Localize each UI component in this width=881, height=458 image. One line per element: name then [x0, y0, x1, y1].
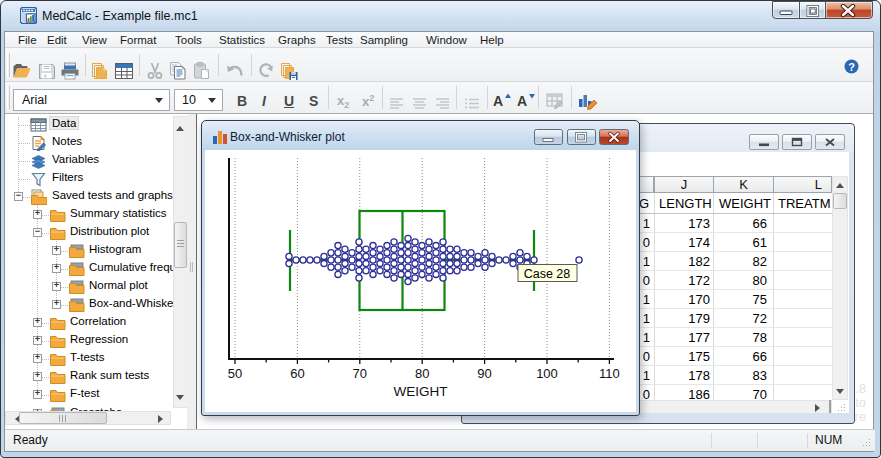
svg-text:Case 28: Case 28: [524, 267, 571, 281]
svg-text:?: ?: [848, 61, 855, 73]
svg-text:A: A: [517, 93, 527, 109]
svg-text:A: A: [493, 93, 503, 109]
